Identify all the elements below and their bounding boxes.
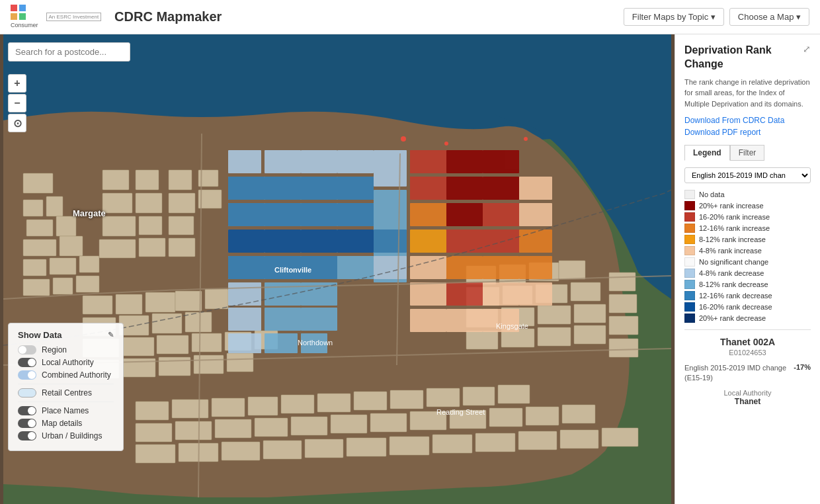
toggle-combined-authority[interactable] xyxy=(18,370,36,380)
svg-rect-132 xyxy=(228,150,261,173)
svg-rect-181 xyxy=(519,177,552,200)
svg-rect-188 xyxy=(410,282,446,306)
edit-icon[interactable]: ✎ xyxy=(108,331,114,339)
label-cliftonville: Cliftonville xyxy=(274,266,311,274)
svg-rect-69 xyxy=(172,399,208,418)
download-pdf-link[interactable]: Download PDF report xyxy=(684,128,811,137)
download-cdrc-link[interactable]: Download From CDRC Data xyxy=(684,116,811,125)
choose-map-button[interactable]: Choose a Map ▾ xyxy=(729,8,809,26)
map-controls: + − ⊙ xyxy=(8,74,26,132)
svg-rect-64 xyxy=(609,273,636,291)
region-label: Region xyxy=(42,345,67,355)
svg-rect-88 xyxy=(489,408,522,427)
svg-rect-2 xyxy=(23,200,43,216)
header-left: Consumer An ESRC Investment CDRC Mapmake… xyxy=(11,5,222,30)
show-data-item-combined-authority[interactable]: Combined Authority xyxy=(18,370,114,380)
svg-rect-78 xyxy=(498,385,530,403)
zoom-in-button[interactable]: + xyxy=(8,74,26,93)
area-authority-value: Thanet xyxy=(684,397,811,406)
legend-label-48-decrease: 4-8% rank decrease xyxy=(699,269,764,277)
logo-sq-orange xyxy=(11,13,17,20)
show-data-item-local-authority[interactable]: Local Authority xyxy=(18,358,114,367)
zoom-out-button[interactable]: − xyxy=(8,94,26,112)
locate-button[interactable]: ⊙ xyxy=(8,114,26,132)
legend-item-nosig: No significant change xyxy=(684,257,811,267)
swatch-1620-increase xyxy=(684,212,695,222)
svg-rect-140 xyxy=(337,177,374,200)
tab-legend[interactable]: Legend xyxy=(684,145,730,161)
swatch-nosig xyxy=(684,257,695,267)
svg-rect-21 xyxy=(139,238,165,257)
panel-expand-icon[interactable]: ⤢ xyxy=(803,44,811,54)
svg-rect-168 xyxy=(446,177,483,200)
svg-rect-18 xyxy=(102,216,136,236)
toggle-region[interactable] xyxy=(18,345,36,355)
legend-filter-tabs: Legend Filter xyxy=(684,145,811,161)
svg-rect-131 xyxy=(228,333,261,353)
svg-rect-170 xyxy=(446,203,483,226)
svg-rect-22 xyxy=(169,170,192,190)
svg-rect-81 xyxy=(215,419,251,438)
svg-rect-63 xyxy=(574,325,606,344)
logo-block: Consumer xyxy=(11,5,38,30)
svg-rect-146 xyxy=(228,230,265,253)
header-right: Filter Maps by Topic ▾ Choose a Map ▾ xyxy=(624,8,809,26)
svg-rect-190 xyxy=(446,309,483,332)
svg-rect-30 xyxy=(145,292,175,312)
map-details-label: Map details xyxy=(42,419,82,428)
svg-rect-59 xyxy=(574,304,606,323)
tab-filter[interactable]: Filter xyxy=(730,145,765,161)
area-authority-section: Local Authority Thanet xyxy=(684,389,811,406)
legend-item-1216-increase: 12-16% rank increase xyxy=(684,224,811,233)
search-input[interactable] xyxy=(8,42,130,62)
an-esrc-badge: An ESRC Investment xyxy=(46,13,102,21)
legend-item-48-decrease: 4-8% rank decrease xyxy=(684,269,811,278)
local-authority-label: Local Authority xyxy=(42,358,94,367)
svg-rect-19 xyxy=(139,216,162,235)
show-data-item-retail-centres[interactable]: Retail Centres xyxy=(18,388,114,398)
legend-item-20plus-decrease: 20%+ rank decrease xyxy=(684,314,811,323)
legend-label-1216-increase: 12-16% rank increase xyxy=(699,224,770,232)
label-kingsgate: Kingsgate xyxy=(496,322,528,330)
area-authority-label: Local Authority xyxy=(684,389,811,397)
svg-rect-102 xyxy=(602,428,638,446)
svg-rect-94 xyxy=(263,441,302,459)
show-data-item-map-details[interactable]: Map details xyxy=(18,419,114,428)
logo-sq-blue xyxy=(19,5,26,11)
dropdown-select[interactable]: English 2015-2019 IMD chan xyxy=(684,167,811,183)
svg-rect-145 xyxy=(374,203,407,226)
toggle-retail-centres[interactable] xyxy=(18,388,36,398)
svg-rect-5 xyxy=(56,216,76,236)
logo-sq-red xyxy=(11,5,17,11)
show-data-item-region[interactable]: Region xyxy=(18,345,114,355)
svg-rect-84 xyxy=(331,415,367,433)
svg-rect-155 xyxy=(374,256,407,279)
panel-title: Deprivation Rank Change xyxy=(684,44,803,71)
svg-rect-89 xyxy=(526,407,559,425)
show-data-item-urban-buildings[interactable]: Urban / Buildings xyxy=(18,431,114,441)
toggle-place-names[interactable] xyxy=(18,406,36,415)
swatch-1216-increase xyxy=(684,224,695,233)
show-data-item-place-names[interactable]: Place Names xyxy=(18,406,114,415)
svg-rect-141 xyxy=(228,203,265,226)
app-title: CDRC Mapmaker xyxy=(114,9,222,24)
svg-rect-149 xyxy=(337,230,374,253)
area-stat-row: English 2015-2019 IMD change (E15-19) -1… xyxy=(684,363,811,384)
svg-rect-73 xyxy=(317,394,350,412)
svg-rect-75 xyxy=(390,390,423,409)
toggle-map-details[interactable] xyxy=(18,419,36,428)
svg-rect-97 xyxy=(390,437,429,455)
panel-description: The rank change in relative deprivation … xyxy=(684,77,811,110)
svg-rect-133 xyxy=(265,150,301,173)
logo-squares xyxy=(11,5,26,21)
svg-rect-91 xyxy=(136,444,175,463)
svg-rect-20 xyxy=(99,239,136,258)
svg-rect-17 xyxy=(136,193,162,213)
swatch-812-increase xyxy=(684,235,695,244)
toggle-urban-buildings[interactable] xyxy=(18,431,36,441)
map-container[interactable]: + − ⊙ xyxy=(0,34,675,504)
toggle-local-authority[interactable] xyxy=(18,358,36,367)
filter-maps-button[interactable]: Filter Maps by Topic ▾ xyxy=(624,8,724,26)
svg-rect-82 xyxy=(255,418,288,437)
area-name: Thanet 002A xyxy=(684,337,811,347)
